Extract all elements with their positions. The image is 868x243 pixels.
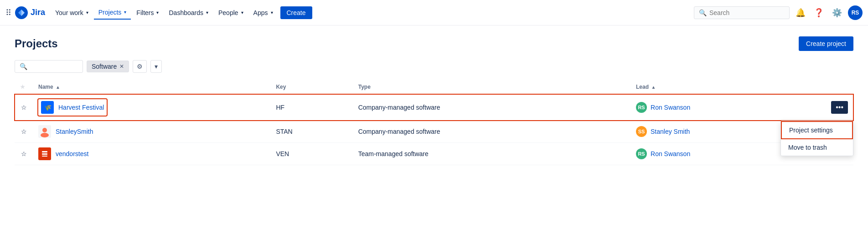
chevron-down-icon: ▾ [86,10,88,15]
nav-items: Your work ▾ Projects ▾ Filters ▾ Dashboa… [51,6,692,20]
project-name-container: 🌾 Harvest Festival [38,99,107,116]
logo-text: Jira [31,8,45,17]
table-body: ☆ 🌾 Harvest Festival HF Company-managed … [15,94,853,165]
project-name-container: vendorstest [38,147,265,160]
lead-avatar: RS [636,102,647,113]
table-header: ★ Name ▲ Key Type Lead ▲ [15,80,853,94]
key-cell: STAN [270,121,352,143]
project-icon [38,147,51,160]
top-navigation: ⠿ Jira Your work ▾ Projects ▾ Filters ▾ … [0,0,868,25]
th-lead[interactable]: Lead ▲ [630,80,826,94]
star-cell[interactable]: ☆ [15,121,33,143]
project-search-input[interactable] [30,63,78,70]
star-cell[interactable]: ☆ [15,94,33,121]
lead-avatar: RS [636,148,647,159]
nav-projects[interactable]: Projects ▾ [94,6,131,20]
nav-dashboards[interactable]: Dashboards ▾ [164,6,213,19]
topnav-right: 🔍 🔔 ❓ ⚙️ RS [694,5,863,20]
grid-icon[interactable]: ⠿ [5,8,11,18]
software-filter-tag[interactable]: Software ✕ [87,61,129,72]
chevron-down-icon: ▾ [156,10,159,15]
more-actions-button[interactable]: ••• [831,101,848,114]
svg-point-3 [42,128,47,132]
project-name-link[interactable]: vendorstest [56,150,88,157]
actions-cell: Project settings Move to trash [826,121,853,143]
star-header-icon: ★ [20,84,25,90]
chevron-down-icon: ▾ [206,10,208,15]
filter-tag-label: Software [92,63,117,70]
lead-name-link[interactable]: Stanley Smith [651,128,690,135]
jira-logo[interactable]: Jira [15,6,45,19]
context-menu-item-project-settings[interactable]: Project settings [781,121,853,139]
search-input[interactable] [709,9,785,16]
type-cell: Company-managed software [353,121,630,143]
project-icon [38,125,51,138]
search-filter-icon: 🔍 [20,63,27,70]
context-menu: Project settings Move to trash [780,121,853,156]
projects-table-wrapper: ★ Name ▲ Key Type Lead ▲ [15,80,853,165]
sort-icon: ▲ [56,85,60,90]
name-cell: StanleySmith [33,121,270,143]
type-cell: Company-managed software [353,94,630,121]
key-cell: VEN [270,143,352,165]
project-icon: 🌾 [41,101,54,114]
filter-tag-close-icon[interactable]: ✕ [119,63,124,70]
context-menu-item-move-to-trash[interactable]: Move to trash [781,139,853,156]
table-row: ☆ 🌾 Harvest Festival HF Company-managed … [15,94,853,121]
page-header: Projects Create project [15,36,853,51]
project-name-container: StanleySmith [38,125,265,138]
svg-point-4 [41,133,49,137]
th-type: Type [353,80,630,94]
chevron-down-icon: ▾ [241,10,243,15]
th-key: Key [270,80,352,94]
th-star: ★ [15,80,33,94]
filters-row: 🔍 Software ✕ ⚙ ▾ [15,60,853,73]
th-name[interactable]: Name ▲ [33,80,270,94]
settings-button[interactable]: ⚙️ [830,5,844,20]
page-title: Projects [15,37,58,50]
lead-name-link[interactable]: Ron Swanson [651,104,690,111]
project-name-link[interactable]: Harvest Festival [58,104,104,111]
star-cell[interactable]: ☆ [15,143,33,165]
help-button[interactable]: ❓ [811,5,826,20]
filter-dropdown-button[interactable]: ▾ [150,60,162,73]
lead-cell: RS Ron Swanson [630,94,826,121]
table-row: ☆ vendorstest VEN Team-managed software [15,143,853,165]
th-actions [826,80,853,94]
filter-settings-button[interactable]: ⚙ [133,60,147,73]
lead-name-link[interactable]: Ron Swanson [651,150,690,157]
sort-icon: ▲ [651,85,656,90]
projects-table: ★ Name ▲ Key Type Lead ▲ [15,80,853,165]
nav-filters[interactable]: Filters ▾ [132,6,163,19]
actions-cell: ••• [826,94,853,121]
svg-rect-6 [42,151,47,152]
svg-text:🌾: 🌾 [44,104,52,111]
page-content: Projects Create project 🔍 Software ✕ ⚙ ▾… [0,25,868,176]
nav-apps[interactable]: Apps ▾ [249,6,278,19]
star-icon: ☆ [21,128,27,135]
svg-rect-8 [42,156,47,157]
chevron-down-icon: ▾ [155,63,158,70]
create-button[interactable]: Create [280,6,312,19]
nav-your-work[interactable]: Your work ▾ [51,6,93,19]
filter-settings-icon: ⚙ [137,63,143,70]
table-row: ☆ StanleySmith STAN Company-managed soft… [15,121,853,143]
notifications-button[interactable]: 🔔 [793,5,808,20]
user-avatar[interactable]: RS [848,5,863,20]
name-cell: vendorstest [33,143,270,165]
chevron-down-icon: ▾ [271,10,273,15]
project-name-link[interactable]: StanleySmith [56,128,93,135]
project-search-filter[interactable]: 🔍 [15,60,83,73]
star-icon: ☆ [21,150,27,157]
lead-avatar: SS [636,126,647,137]
create-project-button[interactable]: Create project [799,36,853,51]
search-box[interactable]: 🔍 [694,6,790,19]
chevron-down-icon: ▾ [124,10,126,15]
star-icon: ☆ [21,104,27,111]
key-cell: HF [270,94,352,121]
search-icon: 🔍 [699,9,707,16]
nav-people[interactable]: People ▾ [214,6,248,19]
type-cell: Team-managed software [353,143,630,165]
svg-rect-7 [42,153,47,155]
name-cell: 🌾 Harvest Festival [33,94,270,121]
